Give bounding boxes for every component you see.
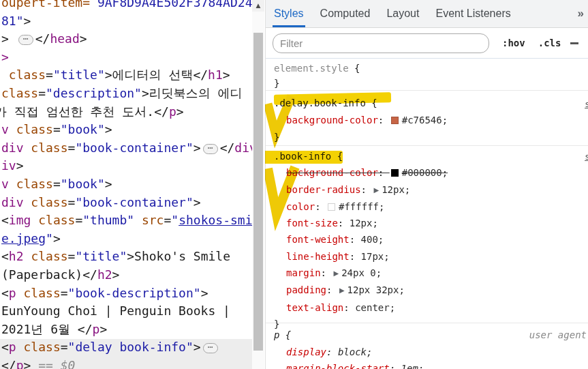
css-property-name[interactable]: background-color	[286, 167, 378, 178]
styles-panel: StylesComputedLayoutEvent Listeners» :ho…	[265, 0, 588, 369]
filter-input[interactable]	[273, 33, 489, 53]
css-property-name[interactable]: font-size	[286, 218, 338, 228]
dom-tree-line[interactable]: <img class="thumb" src="shokos-smil	[1, 211, 252, 230]
css-declaration[interactable]: line-height: 17px;	[274, 248, 588, 265]
dom-tree-line[interactable]: (Paperback)</h2>	[1, 266, 252, 284]
color-swatch[interactable]	[328, 203, 335, 211]
toggle-hov[interactable]: :hov	[502, 38, 525, 48]
colon: :	[390, 363, 401, 369]
css-selector[interactable]: element.style	[274, 63, 349, 74]
css-property-value[interactable]: 400;	[361, 234, 384, 245]
dom-tree-line[interactable]: div class="book-container">	[1, 194, 252, 212]
dom-tree-line[interactable]: iv>	[1, 157, 252, 175]
css-declaration[interactable]: margin-block-start: 1em;	[274, 360, 588, 369]
dom-tree-line[interactable]: v class="book">	[1, 175, 252, 194]
css-property-value[interactable]: #000000;	[402, 167, 448, 178]
color-swatch[interactable]	[391, 117, 399, 124]
colon: :	[321, 267, 332, 278]
stylesheet-source-link[interactable]: s	[585, 95, 588, 113]
expand-ellipsis-icon[interactable]: ⋯	[203, 343, 218, 353]
css-selector[interactable]: .book-info	[274, 151, 331, 162]
dom-tree-line[interactable]: <h2 class="title">Shoko's Smile	[1, 248, 252, 266]
dom-tree-line[interactable]: >	[1, 48, 252, 67]
expand-ellipsis-icon[interactable]: ⋯	[203, 144, 218, 154]
code-segment-txt: >	[24, 14, 31, 28]
css-property-value[interactable]: 12px;	[350, 218, 378, 228]
code-segment-tag: h2	[97, 267, 112, 282]
css-declaration[interactable]: display: block;	[274, 344, 588, 361]
scroll-up-icon[interactable]: ▲	[252, 0, 264, 12]
css-declaration[interactable]: background-color: #c76546;	[274, 112, 588, 129]
css-property-value[interactable]: center;	[355, 302, 395, 313]
dom-tree-line[interactable]: oupert-item= 9AF8D9A4E502F3784AD2427	[1, 0, 252, 12]
css-property-value[interactable]: #ffffff;	[339, 201, 384, 212]
code-segment-link[interactable]: e.jpeg	[1, 231, 46, 246]
more-tabs-icon[interactable]: »	[578, 7, 588, 20]
scrollbar-thumb[interactable]	[253, 33, 263, 351]
tab-computed[interactable]: Computed	[312, 0, 379, 27]
css-property-value[interactable]: #c76546;	[402, 115, 448, 126]
css-property-name[interactable]: text-align	[286, 302, 343, 313]
expand-ellipsis-icon[interactable]: ⋯	[18, 35, 33, 45]
css-property-name[interactable]: background-color	[286, 115, 378, 126]
css-declaration[interactable]: background-color: #000000;	[274, 164, 588, 181]
css-declaration[interactable]: border-radius: ▶12px;	[274, 181, 588, 198]
css-declaration[interactable]: color: #ffffff;	[274, 198, 588, 215]
dom-tree-line[interactable]: e.jpeg">	[1, 230, 252, 248]
expand-triangle-icon[interactable]: ▶	[373, 182, 379, 198]
elements-panel-scrollbar[interactable]: ▲	[252, 0, 264, 369]
dom-tree-line[interactable]: 가 직접 엄선한 추천 도서.</p>	[0, 103, 252, 121]
css-property-value[interactable]: block;	[338, 346, 373, 357]
dom-tree-line[interactable]: class="description">리딧북스의 에디	[1, 85, 252, 103]
code-segment-link[interactable]: shokos-smil	[179, 213, 252, 227]
code-segment-attr: class	[16, 122, 53, 136]
code-segment-tag: div	[1, 195, 31, 209]
code-segment-txt: >	[99, 322, 107, 336]
color-swatch[interactable]	[391, 169, 399, 177]
elements-panel[interactable]: oupert-item= 9AF8D9A4E502F3784AD242781">…	[0, 0, 252, 369]
tab-styles[interactable]: Styles	[266, 0, 312, 27]
colon: :	[350, 251, 361, 262]
expand-triangle-icon[interactable]: ▶	[339, 282, 345, 299]
expand-triangle-icon[interactable]: ▶	[333, 265, 339, 282]
css-property-value[interactable]: 12px;	[382, 184, 410, 195]
code-segment-txt: >	[194, 141, 201, 155]
dom-tree-line[interactable]: EunYoung Choi | Penguin Books |	[1, 302, 252, 321]
dom-tree-line[interactable]: </p> == $0	[1, 357, 252, 369]
dom-tree-line[interactable]: > ⋯</head>	[1, 30, 252, 48]
tab-event-listeners[interactable]: Event Listeners	[427, 0, 519, 27]
toggle-cls[interactable]: .cls	[538, 38, 561, 48]
css-declaration[interactable]: padding: ▶12px 32px;	[274, 282, 588, 299]
css-property-name[interactable]: margin	[286, 267, 321, 278]
css-property-value[interactable]: 24px 0;	[341, 267, 382, 278]
dom-tree-line[interactable]: 81">	[1, 12, 252, 31]
css-property-value[interactable]: 12px 32px;	[347, 284, 405, 295]
code-segment-txt: >	[176, 104, 184, 119]
dom-tree-line[interactable]: 2021년 6월 </p>	[1, 321, 252, 339]
dom-tree-line[interactable]: class="title">에디터의 선택</h1>	[1, 66, 252, 85]
css-property-name[interactable]: border-radius	[286, 184, 361, 195]
css-declaration[interactable]: margin: ▶24px 0;	[274, 265, 588, 282]
dom-tree-line[interactable]: div class="book-container">⋯</div>	[1, 139, 252, 158]
tab-layout[interactable]: Layout	[378, 0, 427, 27]
stylesheet-source-link[interactable]: s	[585, 149, 588, 165]
css-property-name[interactable]: font-weight	[286, 234, 350, 245]
styles-tabbar: StylesComputedLayoutEvent Listeners»	[266, 0, 588, 28]
code-segment-val: "delay book-info"	[68, 340, 194, 354]
css-property-name[interactable]: padding	[286, 284, 326, 295]
css-property-name[interactable]: display	[286, 346, 326, 357]
new-style-rule-icon[interactable]	[570, 42, 578, 44]
dom-tree-line[interactable]: v class="book">	[1, 121, 252, 139]
css-property-name[interactable]: line-height	[286, 251, 350, 262]
dom-tree-line[interactable]: <p class="book-description">	[1, 284, 252, 303]
css-selector[interactable]: .delay.book-info	[274, 98, 366, 108]
css-declaration[interactable]: font-size: 12px;	[274, 215, 588, 231]
css-declaration[interactable]: text-align: center;	[274, 299, 588, 316]
css-property-name[interactable]: margin-block-start	[286, 363, 390, 369]
css-property-value[interactable]: 1em;	[401, 363, 424, 369]
dom-tree-line[interactable]: <p class="delay book-info">⋯	[1, 338, 252, 357]
code-segment-txt: >	[223, 68, 230, 82]
css-declaration[interactable]: font-weight: 400;	[274, 231, 588, 248]
css-property-name[interactable]: color	[286, 201, 315, 212]
css-property-value[interactable]: 17px;	[361, 251, 390, 262]
